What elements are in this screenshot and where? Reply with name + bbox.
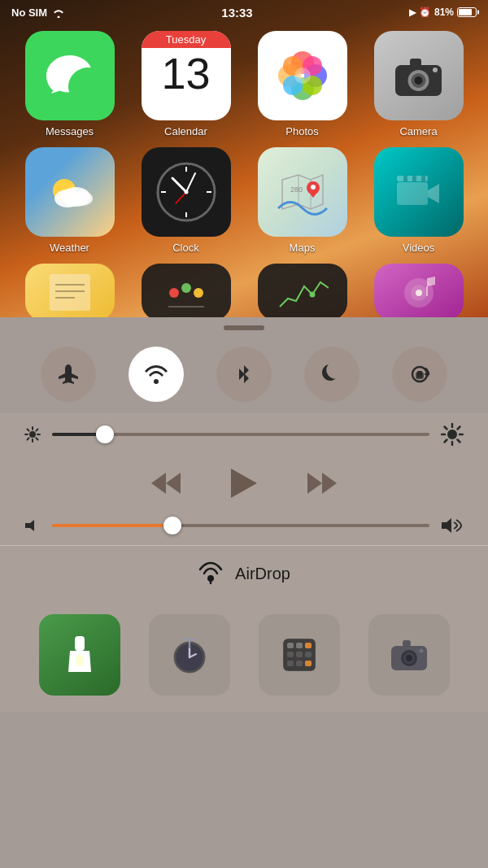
svg-point-102 <box>406 655 412 661</box>
calendar-day: 13 <box>161 51 210 95</box>
volume-slider[interactable] <box>52 524 429 527</box>
clock-icon <box>142 147 231 237</box>
fast-forward-button[interactable] <box>307 471 337 495</box>
svg-rect-36 <box>421 176 425 181</box>
svg-rect-94 <box>296 652 303 657</box>
status-left: No SIM <box>11 7 65 19</box>
airplane-mode-toggle[interactable] <box>41 347 96 402</box>
svg-rect-96 <box>287 661 294 666</box>
app-calendar[interactable]: Tuesday 13 Calendar <box>133 31 239 137</box>
svg-marker-75 <box>307 473 322 494</box>
cc-drag-handle[interactable] <box>0 317 488 335</box>
app-grid-row3 <box>0 255 488 317</box>
svg-point-82 <box>76 655 84 666</box>
videos-icon <box>374 147 464 237</box>
battery-icon <box>457 7 477 17</box>
messages-label: Messages <box>46 125 94 137</box>
media-controls <box>0 456 488 506</box>
rewind-button[interactable] <box>151 471 181 495</box>
svg-marker-78 <box>442 518 451 533</box>
app-weather[interactable]: Weather <box>16 147 123 254</box>
photos-icon <box>258 31 347 120</box>
do-not-disturb-toggle[interactable] <box>304 347 359 402</box>
app-photos[interactable]: Photos <box>249 31 355 137</box>
volume-high-icon <box>441 516 464 535</box>
airdrop-section[interactable]: AirDrop <box>0 545 488 601</box>
bluetooth-toggle[interactable] <box>216 347 272 402</box>
flashlight-button[interactable] <box>39 614 120 696</box>
svg-rect-90 <box>287 643 294 648</box>
svg-line-60 <box>36 438 37 439</box>
timer-button[interactable] <box>149 614 230 696</box>
wifi-toggle[interactable] <box>129 347 184 402</box>
weather-label: Weather <box>50 242 89 254</box>
airdrop-label: AirDrop <box>235 565 290 583</box>
rotation-lock-toggle[interactable] <box>392 347 447 402</box>
status-bar: No SIM 13:33 ▶ ⏰ 81% <box>0 0 488 23</box>
utility-icon <box>142 264 231 317</box>
app-stocks[interactable] <box>249 264 355 317</box>
svg-rect-34 <box>403 176 407 181</box>
app-clock[interactable]: Clock <box>133 147 239 254</box>
calendar-label: Calendar <box>164 125 207 137</box>
app-utility[interactable] <box>133 264 239 317</box>
camera-icon <box>374 31 464 120</box>
cc-toggles-row <box>0 335 488 413</box>
svg-line-71 <box>445 440 447 443</box>
photos-label: Photos <box>285 125 318 137</box>
svg-rect-35 <box>412 176 416 181</box>
weather-icon <box>25 147 115 237</box>
svg-marker-72 <box>166 473 181 494</box>
svg-text:280: 280 <box>290 185 303 194</box>
svg-line-69 <box>458 440 460 443</box>
svg-line-62 <box>28 438 29 439</box>
svg-rect-103 <box>403 640 411 647</box>
app-camera[interactable]: Camera <box>365 31 472 137</box>
svg-rect-81 <box>75 636 85 651</box>
svg-rect-97 <box>296 661 303 666</box>
volume-thumb <box>163 517 181 534</box>
home-screen: No SIM 13:33 ▶ ⏰ 81% <box>0 0 488 317</box>
svg-point-104 <box>419 649 423 653</box>
svg-rect-91 <box>296 643 303 648</box>
svg-line-61 <box>36 430 37 431</box>
alarm-icon: ⏰ <box>419 7 431 18</box>
svg-point-12 <box>415 76 423 85</box>
volume-low-icon <box>24 517 41 534</box>
calendar-month: Tuesday <box>142 31 231 48</box>
calculator-button[interactable] <box>259 614 340 696</box>
svg-rect-52 <box>417 371 422 377</box>
carrier-label: No SIM <box>11 7 47 19</box>
app-notes[interactable] <box>16 264 123 317</box>
handle-bar <box>224 325 264 330</box>
volume-slider-row <box>0 506 488 545</box>
brightness-slider-row <box>0 413 488 456</box>
svg-rect-92 <box>305 643 312 648</box>
app-music[interactable] <box>365 264 472 317</box>
svg-point-45 <box>310 291 316 297</box>
app-messages[interactable]: Messages <box>16 31 123 137</box>
svg-point-28 <box>184 190 188 194</box>
app-maps[interactable]: 280 Maps <box>249 147 355 254</box>
camera-label: Camera <box>399 125 437 137</box>
cc-camera-button[interactable] <box>368 614 450 696</box>
svg-marker-73 <box>151 473 166 494</box>
svg-point-54 <box>29 431 36 438</box>
svg-rect-32 <box>397 182 428 205</box>
control-center: AirDrop <box>0 317 488 868</box>
airdrop-icon <box>198 560 224 587</box>
svg-point-50 <box>154 379 159 384</box>
svg-point-63 <box>447 430 457 439</box>
cc-bottom-apps <box>0 601 488 712</box>
brightness-slider[interactable] <box>52 433 429 436</box>
maps-icon: 280 <box>258 147 347 237</box>
svg-point-43 <box>194 288 203 298</box>
stocks-icon <box>258 264 347 317</box>
clock-label: Clock <box>172 242 199 254</box>
videos-label: Videos <box>403 242 435 254</box>
play-button[interactable] <box>229 467 259 499</box>
brightness-high-icon <box>441 423 464 446</box>
app-videos[interactable]: Videos <box>365 147 472 254</box>
app-grid-row2: Weather <box>0 139 488 262</box>
svg-line-70 <box>458 427 460 430</box>
